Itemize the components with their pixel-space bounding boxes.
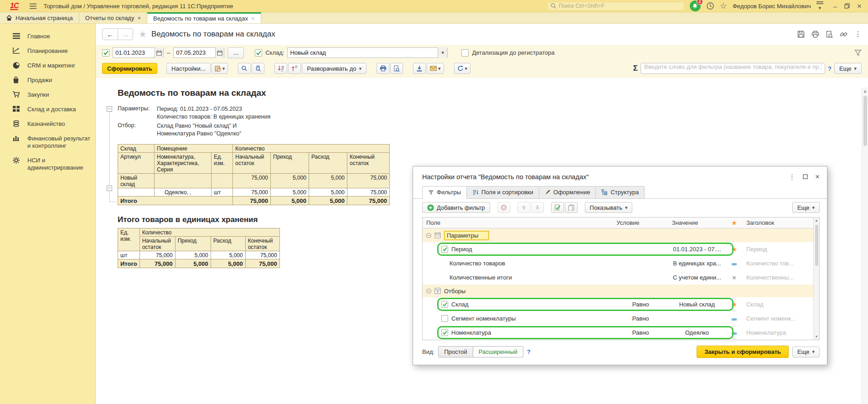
report-variants-button[interactable]: ▾ <box>212 63 228 74</box>
tab-warehouse-reports[interactable]: Отчеты по складу × <box>79 12 147 23</box>
back-button[interactable]: ← <box>103 29 118 40</box>
collapse-rows-icon[interactable] <box>288 63 301 74</box>
view-extended-button[interactable]: Расширенный <box>473 346 523 357</box>
save-icon[interactable] <box>797 31 805 38</box>
dialog-close-button[interactable]: × <box>815 173 820 181</box>
link-icon[interactable] <box>840 31 847 38</box>
sidebar-item-main[interactable]: Главное <box>0 29 95 44</box>
expand-to-button[interactable]: Разворачивать до ▾ <box>302 63 367 74</box>
view-simple-button[interactable]: Простой <box>438 346 473 357</box>
row-checkbox[interactable] <box>441 301 448 308</box>
warehouse-input[interactable] <box>288 49 437 56</box>
global-search-input[interactable] <box>559 3 682 9</box>
tab-appearance[interactable]: Оформление <box>539 186 596 198</box>
warehouse-checkbox[interactable] <box>255 49 262 57</box>
value-cell[interactable]: С учетом едини... <box>668 274 726 281</box>
dialog-help-button[interactable]: ? <box>527 348 531 355</box>
calendar-icon[interactable] <box>215 47 224 58</box>
dialog-maximize-button[interactable] <box>803 174 808 179</box>
dialog-footer-more-button[interactable]: Еще ▾ <box>792 347 820 357</box>
sidebar-item-planning[interactable]: Планирование <box>0 44 95 58</box>
more-button[interactable]: Еще ▾ <box>834 63 862 74</box>
period-variants-button[interactable]: ... <box>227 47 244 58</box>
print-preview-icon[interactable] <box>390 63 403 74</box>
scrollbar-thumb[interactable] <box>815 225 818 266</box>
row-checkbox[interactable] <box>441 315 448 322</box>
tab-filters[interactable]: Фильтры <box>422 186 467 198</box>
collapse-group-icon[interactable]: − <box>107 106 112 112</box>
expand-rows-icon[interactable] <box>274 63 287 74</box>
close-tab-icon[interactable]: × <box>251 15 255 22</box>
grid-row-nomenclature[interactable]: Номенклатура Равно Одеялко Номенклатура <box>423 326 819 340</box>
minimize-button[interactable]: – <box>833 3 837 10</box>
grid-row-goods-quantity[interactable]: Количество товаров В единицах хра... Кол… <box>423 256 819 270</box>
restore-button[interactable] <box>844 3 850 9</box>
main-menu-icon[interactable] <box>29 3 37 9</box>
grid-row-nomenclature-segment[interactable]: Сегмент номенклатуры Равно Сегмент номен… <box>423 311 819 326</box>
grid-row-selections-group[interactable]: Отборы <box>423 285 819 297</box>
grid-row-period[interactable]: Период 01.01.2023 - 07.... ★ Период <box>423 242 819 256</box>
usage-star-icon[interactable]: ★ <box>726 245 743 254</box>
tab-goods-statement[interactable]: Ведомость по товарам на складах × <box>147 12 261 23</box>
sidebar-item-warehouse[interactable]: Склад и доставка <box>0 102 95 117</box>
settings-button[interactable]: Настройки... <box>166 63 211 74</box>
sidebar-item-purchases[interactable]: Закупки <box>0 88 95 102</box>
uncheck-all-button[interactable] <box>565 202 578 213</box>
service-menu-icon[interactable]: ▾ <box>816 1 823 10</box>
move-up-button[interactable] <box>517 202 530 213</box>
usage-x-icon[interactable]: × <box>726 274 743 281</box>
tab-structure[interactable]: Структура <box>595 186 645 198</box>
quick-filter-input[interactable] <box>641 63 825 70</box>
grid-row-warehouse[interactable]: Склад Равно Новый склад ★ Склад <box>423 297 819 311</box>
warehouse-combo[interactable]: ▾ <box>287 47 448 58</box>
generate-button[interactable]: Сформировать <box>102 63 157 74</box>
dialog-toolbar-more-button[interactable]: Еще ▾ <box>792 202 820 213</box>
download-icon[interactable] <box>413 63 426 74</box>
date-from-input[interactable] <box>113 49 155 56</box>
refresh-button[interactable]: ▾ <box>454 63 471 74</box>
collapse-icon[interactable] <box>426 233 431 238</box>
check-all-button[interactable] <box>551 202 564 213</box>
grid-scrollbar[interactable]: ▲ ▼ <box>813 218 819 340</box>
chevron-down-icon[interactable]: ▾ <box>438 47 448 58</box>
send-mail-button[interactable]: ▾ <box>427 63 444 74</box>
show-button[interactable]: Показывать ▾ <box>585 202 633 213</box>
value-cell[interactable]: Новый склад <box>668 301 726 308</box>
dialog-more-icon[interactable]: ⋮ <box>789 173 796 180</box>
print-preview-icon[interactable] <box>826 31 833 38</box>
sidebar-item-sales[interactable]: Продажи <box>0 73 95 88</box>
period-checkbox[interactable] <box>102 49 109 57</box>
sidebar-item-crm[interactable]: CRM и маркетинг <box>0 58 95 73</box>
sidebar-item-treasury[interactable]: Казначейство <box>0 117 95 131</box>
favorite-star-icon[interactable]: ★ <box>139 29 147 40</box>
help-button[interactable]: ? <box>828 65 832 72</box>
sigma-totals-button[interactable]: Σ <box>633 64 638 73</box>
row-checkbox[interactable] <box>441 329 448 336</box>
value-cell[interactable]: Одеялко <box>668 329 726 336</box>
date-to-field[interactable] <box>173 47 224 58</box>
usage-star-icon[interactable]: ★ <box>726 300 743 309</box>
collapse-icon[interactable] <box>426 289 431 294</box>
calendar-icon[interactable] <box>155 47 163 58</box>
forward-button[interactable]: → <box>118 29 133 40</box>
more-menu-icon[interactable]: ⋮ <box>854 31 862 38</box>
close-and-generate-button[interactable]: Закрыть и сформировать <box>697 346 789 358</box>
filter-funnel-icon[interactable] <box>854 49 862 56</box>
close-tab-icon[interactable]: × <box>137 15 141 21</box>
print-icon[interactable] <box>811 31 819 38</box>
usage-dash-icon[interactable] <box>726 329 743 336</box>
user-menu[interactable]: Федоров Борис Михайлович <box>733 3 811 10</box>
delete-filter-button[interactable] <box>497 202 510 213</box>
row-checkbox[interactable] <box>441 246 448 253</box>
close-window-button[interactable]: × <box>857 2 862 10</box>
tab-home[interactable]: Начальная страница <box>0 12 79 23</box>
scrollbar-thumb[interactable] <box>863 96 867 146</box>
value-cell[interactable]: 01.01.2023 - 07.... <box>668 246 726 253</box>
search-next-icon[interactable] <box>252 63 264 74</box>
search-icon[interactable] <box>238 63 251 74</box>
main-scrollbar[interactable]: ▲ <box>862 88 868 404</box>
print-icon[interactable] <box>377 63 389 74</box>
grid-row-parameters-group[interactable]: Параметры <box>423 228 819 242</box>
usage-dash-icon[interactable] <box>726 260 743 267</box>
quick-filter-field[interactable] <box>641 63 825 74</box>
